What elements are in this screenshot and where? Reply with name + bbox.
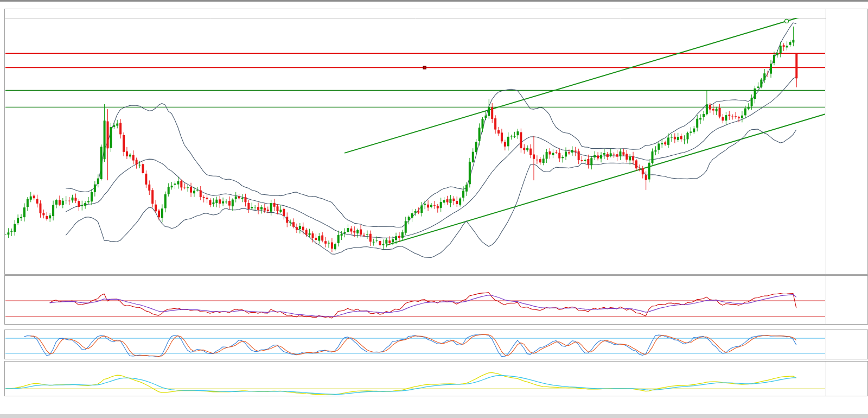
chart-application-window <box>0 0 868 418</box>
price-chart-canvas[interactable] <box>0 0 868 418</box>
